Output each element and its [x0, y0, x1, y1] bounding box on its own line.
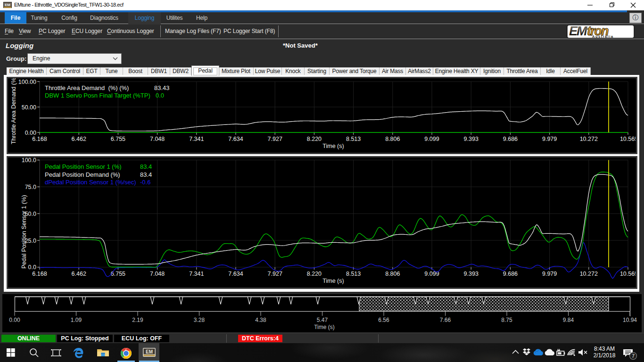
svg-text:8.513: 8.513	[346, 271, 361, 277]
svg-text:9.686: 9.686	[503, 271, 518, 277]
svg-text:100.0: 100.0	[22, 157, 36, 164]
svg-text:10.565: 10.565	[620, 271, 636, 277]
svg-text:Pedal Position Sensor 1 (%): Pedal Position Sensor 1 (%)	[21, 195, 27, 269]
svg-text:7.927: 7.927	[268, 136, 282, 142]
svg-text:10.94: 10.94	[623, 317, 637, 323]
svg-text:Time (s): Time (s)	[314, 324, 335, 330]
svg-text:8.806: 8.806	[385, 136, 400, 142]
svg-text:0.0: 0.0	[156, 92, 164, 99]
svg-text:0.00: 0.00	[9, 317, 20, 323]
svg-text:Pedal Position Sensor 1 (%): Pedal Position Sensor 1 (%)	[45, 163, 122, 170]
svg-text:8.220: 8.220	[307, 136, 322, 142]
svg-text:7.341: 7.341	[189, 271, 204, 277]
svg-text:83.4: 83.4	[140, 163, 152, 170]
svg-text:0.00: 0.00	[25, 130, 36, 136]
svg-text:9.393: 9.393	[464, 271, 479, 277]
svg-text:7: 7	[632, 353, 635, 359]
svg-text:1.09: 1.09	[71, 317, 82, 323]
svg-text:100.00: 100.00	[18, 79, 36, 85]
svg-text:4.38: 4.38	[255, 317, 266, 323]
svg-text:Time (s): Time (s)	[322, 143, 344, 149]
svg-text:9.979: 9.979	[542, 136, 557, 142]
svg-text:2.19: 2.19	[132, 317, 143, 323]
svg-text:-0.6: -0.6	[140, 179, 150, 186]
svg-text:9.979: 9.979	[542, 271, 557, 277]
svg-text:8.220: 8.220	[307, 271, 322, 277]
svg-text:3.28: 3.28	[194, 317, 205, 323]
svg-text:Pedal Position Demand (%): Pedal Position Demand (%)	[45, 171, 120, 178]
svg-text:dPedal Position Sensor 1 (%/se: dPedal Position Sensor 1 (%/sec)	[45, 179, 136, 186]
svg-text:10.272: 10.272	[580, 271, 598, 277]
svg-text:6.462: 6.462	[72, 136, 86, 142]
svg-text:83.43: 83.43	[154, 84, 170, 91]
svg-text:EM: EM	[146, 349, 153, 354]
svg-text:Throttle Area Demand (%) (%): Throttle Area Demand (%) (%)	[45, 84, 129, 91]
svg-text:7.66: 7.66	[440, 317, 451, 323]
svg-text:10.565: 10.565	[620, 136, 636, 142]
svg-text:6.462: 6.462	[72, 271, 86, 277]
svg-text:8.806: 8.806	[385, 271, 400, 277]
svg-text:EM: EM	[569, 25, 587, 38]
svg-text:7.341: 7.341	[189, 136, 204, 142]
svg-text:9.686: 9.686	[503, 136, 518, 142]
svg-text:Australia: Australia	[592, 34, 614, 38]
svg-text:6.755: 6.755	[111, 136, 125, 142]
svg-text:75.0: 75.0	[25, 184, 36, 190]
svg-text:83.4: 83.4	[140, 171, 152, 178]
svg-text:DBW 1 Servo Posn Final Target: DBW 1 Servo Posn Final Target (%TP)	[45, 92, 150, 99]
svg-text:8.513: 8.513	[346, 136, 361, 142]
svg-text:9.393: 9.393	[464, 136, 479, 142]
svg-text:6.56: 6.56	[378, 317, 389, 323]
svg-text:6.168: 6.168	[32, 271, 47, 277]
svg-text:9.84: 9.84	[563, 317, 574, 323]
svg-text:EM: EM	[5, 3, 10, 7]
svg-text:0.0: 0.0	[28, 264, 36, 271]
svg-text:Time (s): Time (s)	[322, 278, 344, 284]
svg-text:7.634: 7.634	[228, 271, 243, 277]
svg-text:9.099: 9.099	[424, 136, 439, 142]
svg-text:9.099: 9.099	[424, 271, 439, 277]
svg-text:7.634: 7.634	[228, 136, 243, 142]
svg-text:8.75: 8.75	[501, 317, 512, 323]
svg-text:7.048: 7.048	[150, 136, 165, 142]
svg-text:5.47: 5.47	[317, 317, 328, 323]
svg-text:50.00: 50.00	[22, 104, 36, 111]
svg-text:7.048: 7.048	[150, 271, 165, 277]
svg-text:6.168: 6.168	[32, 136, 47, 142]
svg-text:10.272: 10.272	[580, 136, 598, 142]
svg-text:7.927: 7.927	[268, 271, 282, 277]
svg-text:Throttle Area Demand (%: Throttle Area Demand (%	[10, 78, 17, 144]
